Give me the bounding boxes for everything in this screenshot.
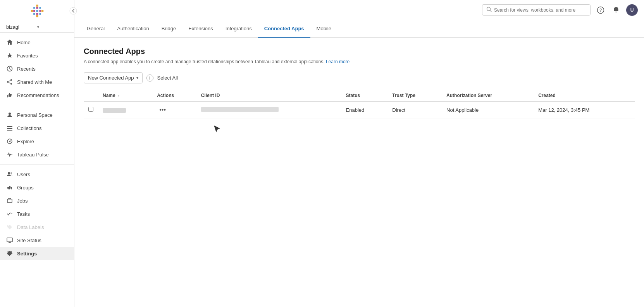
main-content: ? U General Authentication Bridge Extens… (74, 0, 644, 307)
svg-point-25 (10, 172, 12, 174)
app-name-blurred (103, 108, 126, 113)
svg-rect-6 (39, 7, 41, 9)
app-name-link[interactable] (103, 107, 126, 113)
sidebar-item-data-labels[interactable]: Data Labels (0, 220, 74, 234)
client-id-blurred (201, 107, 279, 112)
col-authorization-server: Authorization Server (442, 90, 534, 102)
tasks-icon (6, 210, 13, 217)
sidebar-item-users-label: Users (17, 172, 30, 177)
svg-point-36 (70, 7, 77, 14)
tab-authentication[interactable]: Authentication (111, 20, 155, 38)
select-all-button[interactable]: Select All (157, 75, 178, 81)
row-actions-cell: ••• (152, 102, 196, 118)
row-actions-button[interactable]: ••• (157, 106, 168, 114)
row-name-cell (98, 102, 152, 118)
home-icon (6, 39, 13, 46)
sidebar-item-recents[interactable]: Recents (0, 62, 74, 75)
svg-point-16 (7, 81, 9, 83)
sidebar-item-tableau-pulse-label: Tableau Pulse (17, 152, 49, 158)
tab-bridge[interactable]: Bridge (155, 20, 183, 38)
search-icon (486, 7, 492, 13)
sidebar-item-data-labels-label: Data Labels (17, 224, 44, 230)
star-icon (6, 52, 13, 59)
svg-rect-31 (7, 238, 12, 242)
sidebar-item-site-status[interactable]: Site Status (0, 234, 74, 247)
sidebar-item-home[interactable]: Home (0, 36, 74, 49)
info-icon[interactable]: i (146, 75, 153, 82)
connected-apps-table: Name ↑ Actions Client ID Status Trust Ty… (84, 90, 635, 118)
sidebar-collapse-btn[interactable] (69, 7, 77, 16)
person-icon (6, 111, 13, 118)
authorization-server-value: Not Applicable (446, 107, 479, 113)
svg-rect-3 (41, 10, 43, 12)
notification-bell-icon[interactable] (611, 5, 622, 16)
svg-rect-1 (36, 15, 38, 17)
sidebar-item-groups[interactable]: Groups (0, 181, 74, 194)
row-checkbox-cell (84, 102, 98, 118)
search-box[interactable] (482, 4, 591, 16)
sidebar-item-settings[interactable]: Settings (0, 247, 74, 260)
row-authorization-server-cell: Not Applicable (442, 102, 534, 118)
tab-connected-apps[interactable]: Connected Apps (258, 20, 310, 38)
sidebar-item-explore-label: Explore (17, 139, 34, 144)
svg-rect-2 (31, 10, 33, 12)
learn-more-link[interactable]: Learn more (326, 59, 350, 64)
help-button[interactable]: ? (595, 5, 606, 16)
svg-line-18 (9, 82, 10, 83)
tab-mobile[interactable]: Mobile (310, 20, 337, 38)
sidebar-item-personal-space-label: Personal Space (17, 112, 53, 118)
tab-integrations[interactable]: Integrations (219, 20, 258, 38)
sidebar-item-recommendations[interactable]: Recommendations (0, 88, 74, 102)
sidebar-item-personal-space[interactable]: Personal Space (0, 108, 74, 121)
created-value: Mar 12, 2024, 3:45 PM (538, 107, 589, 113)
site-selector[interactable]: bizagi ▾ (0, 22, 74, 33)
pulse-icon (6, 151, 13, 158)
clock-icon (6, 65, 13, 72)
row-client-id-cell (196, 102, 341, 118)
svg-rect-0 (36, 5, 38, 7)
settings-tabs: General Authentication Bridge Extensions… (74, 20, 644, 38)
table-row: ••• Enabled Direct Not Applicable (84, 102, 635, 118)
svg-point-14 (10, 79, 12, 81)
sidebar-item-tasks[interactable]: Tasks (0, 207, 74, 220)
sidebar-item-shared-label: Shared with Me (17, 79, 52, 85)
sidebar-item-recommendations-label: Recommendations (17, 92, 59, 98)
sidebar-item-shared-with-me[interactable]: Shared with Me (0, 75, 74, 88)
sidebar: bizagi ▾ Home Favorites Recents Shared (0, 0, 74, 307)
col-name[interactable]: Name ↑ (98, 90, 152, 102)
svg-rect-26 (7, 187, 9, 189)
sidebar-item-favorites[interactable]: Favorites (0, 49, 74, 62)
topbar: ? U (74, 0, 644, 20)
svg-rect-21 (7, 128, 12, 129)
tab-general[interactable]: General (81, 20, 111, 38)
avatar[interactable]: U (626, 4, 638, 16)
svg-rect-22 (7, 130, 12, 131)
new-connected-app-button[interactable]: New Connected App ▾ (84, 72, 143, 83)
search-input[interactable] (494, 7, 586, 13)
sidebar-item-jobs-label: Jobs (17, 198, 28, 204)
tab-extensions[interactable]: Extensions (182, 20, 219, 38)
toolbar: New Connected App ▾ i Select All (84, 72, 635, 83)
row-checkbox[interactable] (88, 107, 93, 112)
sort-arrow-name: ↑ (118, 94, 120, 98)
svg-line-17 (9, 80, 10, 82)
col-actions: Actions (152, 90, 196, 102)
sidebar-item-tableau-pulse[interactable]: Tableau Pulse (0, 148, 74, 161)
dropdown-arrow-icon: ▾ (136, 76, 138, 80)
jobs-icon (6, 197, 13, 204)
new-connected-app-label: New Connected App (88, 75, 134, 81)
row-created-cell: Mar 12, 2024, 3:45 PM (534, 102, 635, 118)
svg-line-33 (490, 10, 492, 12)
share-icon (6, 78, 13, 85)
sidebar-item-explore[interactable]: Explore (0, 135, 74, 148)
nav-divider-2 (0, 164, 74, 165)
page-description: A connected app enables you to create an… (84, 59, 635, 64)
sidebar-item-users[interactable]: Users (0, 168, 74, 181)
svg-text:?: ? (599, 8, 602, 12)
svg-point-24 (8, 172, 10, 174)
sidebar-item-collections[interactable]: Collections (0, 121, 74, 135)
sidebar-item-jobs[interactable]: Jobs (0, 194, 74, 207)
svg-rect-20 (7, 126, 12, 127)
svg-rect-8 (39, 13, 41, 15)
trust-type-value: Direct (392, 107, 405, 113)
